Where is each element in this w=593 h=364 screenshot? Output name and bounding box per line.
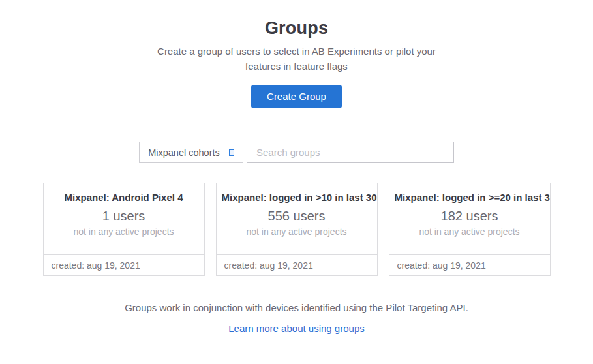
cohort-source-dropdown[interactable]: Mixpanel cohorts	[139, 142, 243, 163]
group-name: Mixpanel: logged in >10 in last 30 ...	[217, 192, 377, 203]
group-user-count: 1 users	[44, 209, 204, 224]
group-status: not in any active projects	[217, 226, 377, 237]
section-divider	[251, 121, 342, 121]
footer-info-text: Groups work in conjunction with devices …	[0, 302, 593, 313]
group-name: Mixpanel: Android Pixel 4	[44, 192, 204, 203]
group-name: Mixpanel: logged in >=20 in last 30...	[389, 192, 550, 203]
group-user-count: 182 users	[389, 209, 550, 224]
group-card-main: Mixpanel: Android Pixel 4 1 users not in…	[44, 183, 204, 254]
group-user-count: 556 users	[217, 209, 377, 224]
create-group-button[interactable]: Create Group	[251, 85, 342, 108]
group-card-main: Mixpanel: logged in >=20 in last 30... 1…	[389, 183, 550, 254]
group-card[interactable]: Mixpanel: logged in >10 in last 30 ... 5…	[216, 183, 378, 276]
group-card[interactable]: Mixpanel: logged in >=20 in last 30... 1…	[389, 183, 551, 276]
group-status: not in any active projects	[389, 226, 550, 237]
filter-row: Mixpanel cohorts	[0, 142, 593, 163]
dropdown-box-icon	[229, 149, 234, 156]
group-card[interactable]: Mixpanel: Android Pixel 4 1 users not in…	[43, 183, 205, 276]
group-created-date: created: aug 19, 2021	[389, 254, 550, 275]
page-header: Groups Create a group of users to select…	[0, 0, 593, 121]
cohort-dropdown-label: Mixpanel cohorts	[148, 147, 220, 158]
groups-list: Mixpanel: Android Pixel 4 1 users not in…	[0, 183, 593, 276]
group-status: not in any active projects	[44, 226, 204, 237]
groups-page: Groups Create a group of users to select…	[0, 0, 593, 364]
learn-more-link[interactable]: Learn more about using groups	[228, 323, 364, 334]
page-footer: Groups work in conjunction with devices …	[0, 302, 593, 335]
group-card-main: Mixpanel: logged in >10 in last 30 ... 5…	[217, 183, 377, 254]
search-groups-input[interactable]	[247, 142, 454, 163]
group-created-date: created: aug 19, 2021	[217, 254, 377, 275]
page-title: Groups	[0, 18, 593, 38]
group-created-date: created: aug 19, 2021	[44, 254, 204, 275]
page-subtitle: Create a group of users to select in AB …	[153, 44, 440, 74]
